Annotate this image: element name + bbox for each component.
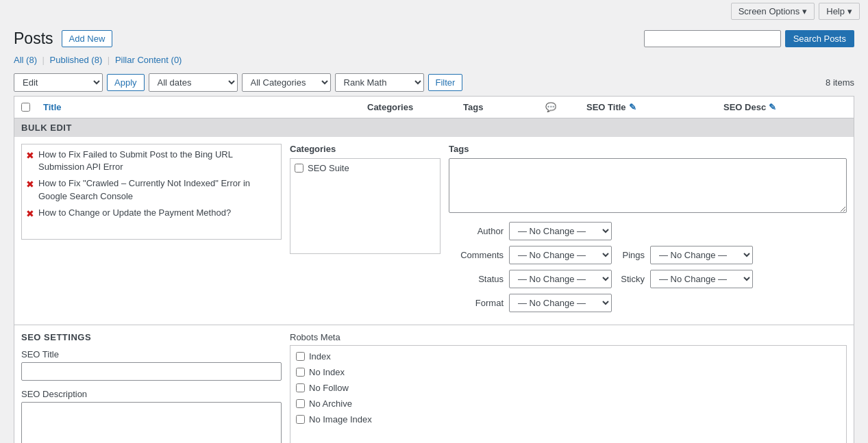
top-bar: Screen Options ▾ Help ▾ bbox=[0, 0, 868, 23]
categories-list: SEO Suite bbox=[290, 158, 441, 254]
bulk-edit-area: BULK EDIT ✖ How to Fix Failed to Submit … bbox=[14, 118, 854, 325]
bulk-edit-body: ✖ How to Fix Failed to Submit Post to th… bbox=[14, 137, 854, 325]
bulk-edit-categories-col: Categories SEO Suite bbox=[290, 144, 441, 318]
page-title: Posts bbox=[14, 29, 53, 48]
post-item: ✖ How to Change or Update the Payment Me… bbox=[26, 207, 277, 221]
seo-suite-label: SEO Suite bbox=[308, 163, 349, 173]
rankmath-filter-select[interactable]: Rank Math bbox=[335, 73, 424, 92]
no-index-label: No Index bbox=[309, 367, 345, 377]
seo-description-textarea[interactable] bbox=[21, 402, 282, 443]
tags-textarea[interactable] bbox=[449, 158, 847, 213]
sticky-label: Sticky bbox=[617, 274, 645, 284]
seo-body: SEO SETTINGS SEO Title SEO Description R… bbox=[14, 325, 854, 443]
author-field-row: Author — No Change — bbox=[449, 222, 847, 240]
sticky-select[interactable]: — No Change — bbox=[650, 270, 753, 288]
seo-desc-header: SEO Desc ✎ bbox=[717, 102, 854, 112]
robots-meta-col: Robots Meta Index No Index No Follow bbox=[290, 332, 847, 443]
format-label: Format bbox=[449, 298, 504, 308]
post-3-title: How to Change or Update the Payment Meth… bbox=[38, 207, 231, 219]
robots-meta-label: Robots Meta bbox=[290, 332, 847, 342]
no-index-option: No Index bbox=[296, 367, 841, 377]
no-archive-checkbox[interactable] bbox=[296, 399, 305, 408]
field-rows: Author — No Change — Comments — No Chang… bbox=[449, 222, 847, 312]
no-archive-label: No Archive bbox=[309, 398, 352, 409]
categories-col-label: Categories bbox=[290, 144, 441, 154]
post-2-title: How to Fix "Crawled – Currently Not Inde… bbox=[38, 177, 277, 202]
status-label: Status bbox=[449, 274, 504, 284]
comments-field-row: Comments — No Change — Pings — No Change… bbox=[449, 246, 847, 264]
tags-header: Tags bbox=[456, 102, 538, 112]
search-input[interactable] bbox=[644, 30, 781, 47]
status-select[interactable]: — No Change — bbox=[509, 270, 612, 288]
comment-icon: 💬 bbox=[545, 102, 556, 112]
seo-desc-edit-icon[interactable]: ✎ bbox=[769, 102, 776, 112]
pillar-content-link[interactable]: Pillar Content (0) bbox=[115, 55, 182, 65]
author-select[interactable]: — No Change — bbox=[509, 222, 612, 240]
select-all-col bbox=[14, 102, 36, 112]
tags-col-label: Tags bbox=[449, 144, 847, 154]
index-checkbox[interactable] bbox=[296, 352, 305, 361]
title-header[interactable]: Title bbox=[36, 102, 360, 112]
sub-navigation: All (8) | Published (8) | Pillar Content… bbox=[0, 52, 868, 69]
format-select[interactable]: — No Change — bbox=[509, 294, 612, 312]
bulk-edit-fields-col: Tags Author — No Change — Comments — No … bbox=[449, 144, 847, 318]
bulk-action-select[interactable]: Edit bbox=[14, 73, 103, 92]
chevron-down-icon: ▾ bbox=[802, 6, 807, 16]
date-filter-select[interactable]: All dates bbox=[149, 73, 238, 92]
comments-select[interactable]: — No Change — bbox=[509, 246, 612, 264]
bulk-edit-posts-col: ✖ How to Fix Failed to Submit Post to th… bbox=[21, 144, 282, 318]
bulk-edit-header: BULK EDIT bbox=[14, 118, 854, 137]
no-index-checkbox[interactable] bbox=[296, 368, 305, 377]
remove-post-3-button[interactable]: ✖ bbox=[26, 207, 34, 221]
seo-suite-checkbox[interactable] bbox=[295, 164, 303, 173]
index-option: Index bbox=[296, 351, 841, 362]
comments-label: Comments bbox=[449, 250, 504, 260]
no-follow-option: No Follow bbox=[296, 383, 841, 393]
robots-meta-box: Index No Index No Follow No Archive bbox=[290, 345, 847, 443]
comments-header: 💬 bbox=[538, 102, 580, 112]
screen-options-button[interactable]: Screen Options ▾ bbox=[731, 3, 815, 20]
author-label: Author bbox=[449, 226, 504, 236]
no-follow-checkbox[interactable] bbox=[296, 383, 305, 392]
help-button[interactable]: Help ▾ bbox=[819, 3, 860, 20]
post-item: ✖ How to Fix "Crawled – Currently Not In… bbox=[26, 177, 277, 202]
post-item: ✖ How to Fix Failed to Submit Post to th… bbox=[26, 149, 277, 173]
no-image-index-label: No Image Index bbox=[309, 414, 372, 425]
select-all-checkbox[interactable] bbox=[21, 103, 30, 112]
seo-settings-heading: SEO SETTINGS bbox=[21, 332, 282, 342]
remove-post-1-button[interactable]: ✖ bbox=[26, 149, 34, 163]
chevron-down-icon: ▾ bbox=[847, 6, 852, 16]
remove-post-2-button[interactable]: ✖ bbox=[26, 178, 34, 192]
page-header: Posts Add New Search Posts bbox=[0, 23, 868, 52]
add-new-button[interactable]: Add New bbox=[62, 30, 113, 47]
categories-header: Categories bbox=[360, 102, 456, 112]
search-area: Search Posts bbox=[644, 30, 854, 47]
seo-title-edit-icon[interactable]: ✎ bbox=[629, 102, 636, 112]
no-archive-option: No Archive bbox=[296, 398, 841, 409]
post-1-title: How to Fix Failed to Submit Post to the … bbox=[38, 149, 277, 173]
apply-button[interactable]: Apply bbox=[107, 74, 145, 91]
no-image-index-option: No Image Index bbox=[296, 414, 841, 425]
post-list: ✖ How to Fix Failed to Submit Post to th… bbox=[21, 144, 282, 240]
format-field-row: Format — No Change — bbox=[449, 294, 847, 312]
filters-bar: Edit Apply All dates All Categories Rank… bbox=[0, 69, 868, 96]
no-follow-label: No Follow bbox=[309, 383, 349, 393]
seo-title-input[interactable] bbox=[21, 362, 282, 381]
seo-fields-col: SEO SETTINGS SEO Title SEO Description bbox=[21, 332, 282, 443]
seo-title-header: SEO Title ✎ bbox=[580, 102, 717, 112]
no-image-index-checkbox[interactable] bbox=[296, 415, 305, 424]
status-field-row: Status — No Change — Sticky — No Change … bbox=[449, 270, 847, 288]
published-link[interactable]: Published (8) bbox=[50, 55, 105, 65]
all-link[interactable]: All (8) bbox=[14, 55, 40, 65]
category-filter-select[interactable]: All Categories bbox=[242, 73, 331, 92]
seo-title-label: SEO Title bbox=[21, 349, 282, 359]
pings-select[interactable]: — No Change — bbox=[650, 246, 753, 264]
index-label: Index bbox=[309, 351, 331, 362]
filter-button[interactable]: Filter bbox=[428, 74, 463, 91]
table-header: Title Categories Tags 💬 SEO Title ✎ SEO … bbox=[14, 96, 854, 118]
search-posts-button[interactable]: Search Posts bbox=[785, 30, 854, 47]
items-count: 8 items bbox=[826, 77, 854, 88]
seo-suite-category: SEO Suite bbox=[295, 163, 436, 173]
seo-desc-label: SEO Description bbox=[21, 389, 282, 399]
pings-label: Pings bbox=[617, 250, 645, 260]
